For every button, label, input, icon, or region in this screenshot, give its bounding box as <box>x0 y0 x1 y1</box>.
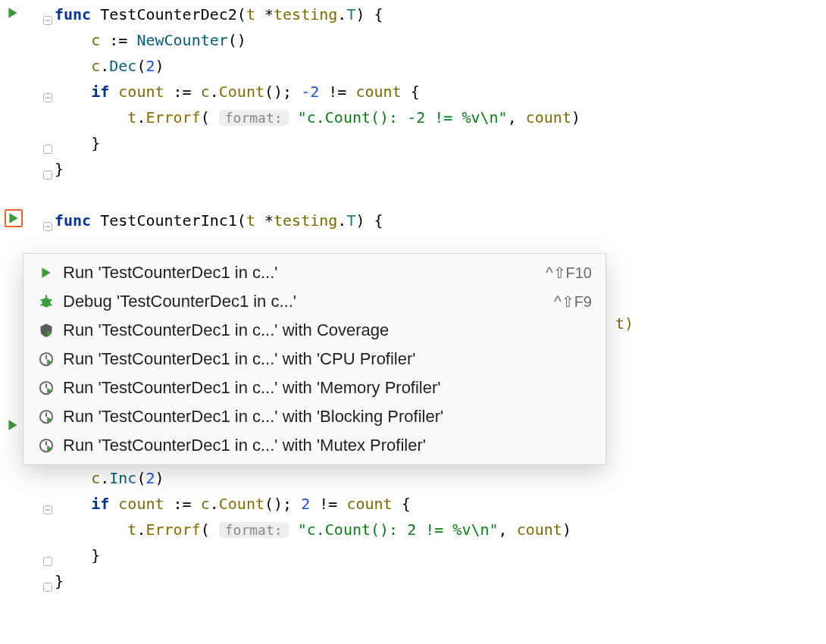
code-line[interactable]: func TestCounterInc1(t *testing.T) { <box>55 208 826 233</box>
code-line[interactable]: func TestCounterDec2(t *testing.T) { <box>55 2 826 27</box>
fold-collapse-icon[interactable] <box>42 8 53 18</box>
svg-marker-10 <box>8 420 17 430</box>
menu-item-run-coverage[interactable]: Run 'TestCounterDec1 in c...' with Cover… <box>23 316 605 345</box>
inlay-hint: format: <box>219 110 289 126</box>
svg-marker-15 <box>42 267 50 278</box>
svg-point-16 <box>42 298 50 308</box>
menu-item-label: Run 'TestCounterDec1 in c...' with 'Bloc… <box>63 407 592 427</box>
svg-line-20 <box>41 305 44 305</box>
menu-item-label: Run 'TestCounterDec1 in c...' with Cover… <box>63 320 592 340</box>
fold-end-icon[interactable] <box>42 574 53 585</box>
menu-item-label: Run 'TestCounterDec1 in c...' with 'Mute… <box>63 436 592 455</box>
svg-rect-6 <box>44 171 52 180</box>
svg-marker-7 <box>9 213 17 224</box>
fold-collapse-icon[interactable] <box>42 85 53 95</box>
profiler-icon <box>37 408 55 426</box>
menu-item-run[interactable]: Run 'TestCounterDec1 in c...' ^⇧F10 <box>23 258 605 287</box>
code-line[interactable]: if count := c.Count(); 2 != count { <box>55 491 826 517</box>
code-line[interactable]: } <box>55 542 826 568</box>
menu-item-label: Run 'TestCounterDec1 in c...' with 'CPU … <box>63 349 592 369</box>
code-line[interactable]: c.Inc(2) <box>55 465 826 491</box>
run-test-icon-active[interactable] <box>5 209 23 227</box>
profiler-icon <box>37 350 55 368</box>
profiler-icon <box>37 379 55 397</box>
fold-end-icon[interactable] <box>42 136 53 147</box>
fold-end-icon[interactable] <box>42 162 53 173</box>
svg-line-21 <box>49 305 52 305</box>
menu-item-run-blocking-profiler[interactable]: Run 'TestCounterDec1 in c...' with 'Bloc… <box>23 402 605 431</box>
menu-item-debug[interactable]: Debug 'TestCounterDec1 in c...' ^⇧F9 <box>23 287 605 316</box>
menu-item-run-mutex-profiler[interactable]: Run 'TestCounterDec1 in c...' with 'Mute… <box>23 431 605 460</box>
code-line-blank[interactable] <box>55 182 826 208</box>
fold-end-icon[interactable] <box>42 549 53 559</box>
coverage-icon <box>37 321 55 339</box>
menu-item-shortcut: ^⇧F10 <box>546 264 592 282</box>
inlay-hint: format: <box>219 522 289 538</box>
run-icon <box>37 264 55 282</box>
menu-item-shortcut: ^⇧F9 <box>554 292 592 311</box>
fold-collapse-icon[interactable] <box>42 497 53 508</box>
menu-item-run-memory-profiler[interactable]: Run 'TestCounterDec1 in c...' with 'Memo… <box>23 374 605 402</box>
code-line[interactable]: } <box>55 568 826 594</box>
run-test-icon[interactable] <box>6 6 20 20</box>
code-line[interactable]: t.Errorf( format: "c.Count(): 2 != %v\n"… <box>55 517 826 542</box>
svg-rect-13 <box>44 558 52 566</box>
debug-icon <box>37 292 55 311</box>
code-line[interactable]: c := NewCounter() <box>55 27 826 53</box>
profiler-icon <box>37 436 55 455</box>
menu-item-label: Run 'TestCounterDec1 in c...' <box>63 263 533 283</box>
code-line[interactable]: } <box>55 156 826 182</box>
run-test-icon[interactable] <box>6 418 20 432</box>
run-context-menu: Run 'TestCounterDec1 in c...' ^⇧F10 Debu… <box>23 253 606 465</box>
svg-line-18 <box>41 300 44 301</box>
code-line[interactable]: if count := c.Count(); -2 != count { <box>55 79 826 105</box>
fold-collapse-icon[interactable] <box>42 214 53 224</box>
svg-marker-0 <box>8 8 17 18</box>
code-line[interactable]: } <box>55 130 826 156</box>
menu-item-label: Debug 'TestCounterDec1 in c...' <box>63 292 542 311</box>
code-line[interactable]: t.Errorf( format: "c.Count(): -2 != %v\n… <box>55 105 826 130</box>
code-line[interactable]: c.Dec(2) <box>55 53 826 79</box>
svg-line-19 <box>49 300 52 301</box>
menu-item-run-cpu-profiler[interactable]: Run 'TestCounterDec1 in c...' with 'CPU … <box>23 345 605 374</box>
svg-rect-5 <box>44 145 52 154</box>
menu-item-label: Run 'TestCounterDec1 in c...' with 'Memo… <box>63 378 592 398</box>
svg-rect-14 <box>44 583 52 592</box>
